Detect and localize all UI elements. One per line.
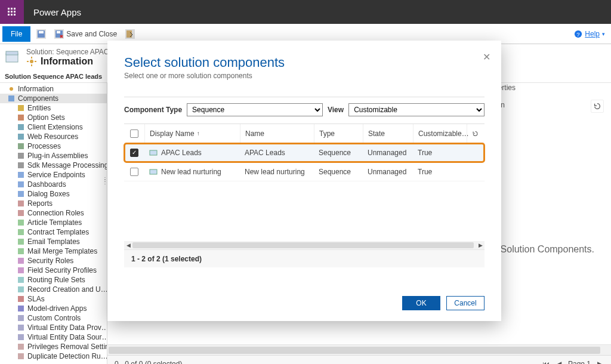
nav-item[interactable]: Web Resources [0,132,107,141]
refresh-button[interactable] [591,100,604,113]
nav-item[interactable]: SLAs [0,294,107,304]
row-checkbox[interactable] [130,168,138,176]
nav-item-icon [17,152,25,160]
table-row[interactable]: APAC LeadsAPAC LeadsSequenceUnmanagedTru… [124,143,485,162]
grid-header: Display Name↑ Name Type State Customizab… [124,124,485,143]
svg-rect-33 [18,181,24,187]
nav-item[interactable]: Sdk Message Processing… [0,161,107,170]
save-close-button[interactable]: Save and Close [54,29,117,39]
select-components-dialog: ✕ Select solution components Select one … [107,41,501,321]
grid-refresh-button[interactable] [467,124,483,143]
ok-button[interactable]: OK [402,296,440,310]
nav-item-icon [17,228,25,236]
nav-item[interactable]: Record Creation and U… [0,285,107,294]
nav-item-icon [17,352,25,360]
nav-item[interactable]: Contract Templates [0,227,107,237]
col-name[interactable]: Name [240,124,314,143]
svg-rect-1 [11,8,13,10]
nav-item[interactable]: Security Roles [0,256,107,266]
nav-label: Components [18,94,58,103]
close-button[interactable]: ✕ [483,51,490,63]
nav-item-label: Privileges Removal Setting [27,343,107,351]
col-type[interactable]: Type [314,124,363,143]
nav-item[interactable]: Dashboards [0,180,107,189]
svg-rect-46 [18,306,24,311]
resize-handle-icon[interactable]: ⋮⋮ [102,178,107,183]
horizontal-scrollbar[interactable] [107,344,611,355]
nav-item[interactable]: Entities [0,103,107,113]
nav-item-icon [17,276,25,284]
nav-item[interactable]: Plug-in Assemblies [0,151,107,161]
svg-rect-30 [18,153,24,159]
app-launcher-icon[interactable] [0,0,24,24]
nav-information[interactable]: Information [0,84,107,94]
save-button[interactable] [36,29,46,39]
nav-item[interactable]: Client Extensions [0,122,107,132]
nav-item[interactable]: Privileges Removal Setting [0,342,107,351]
save-icon [36,29,46,39]
nav-item-label: Duplicate Detection Ru… [27,352,107,360]
nav-item[interactable]: Processes [0,141,107,151]
svg-rect-22 [35,61,36,62]
help-link[interactable]: ? Help ▾ [574,30,605,38]
nav-item[interactable]: Reports [0,199,107,208]
first-page-button[interactable]: ⏮ [542,360,550,365]
cell-display-name: APAC Leads [161,149,202,157]
nav-item[interactable]: Option Sets [0,113,107,122]
svg-rect-17 [6,51,18,55]
table-row[interactable]: New lead nurturingNew lead nurturingSequ… [124,162,485,181]
nav-item[interactable]: Connection Roles [0,208,107,218]
scroll-right-icon[interactable]: ▶ [476,241,485,249]
svg-rect-39 [18,239,24,245]
nav-item[interactable]: Virtual Entity Data Sour… [0,332,107,342]
nav-item-icon [17,247,25,255]
grid-horizontal-scrollbar[interactable]: ◀ ▶ [124,241,485,249]
svg-rect-50 [18,344,24,350]
col-state[interactable]: State [363,124,413,143]
select-all-checkbox[interactable] [130,129,138,138]
nav-item[interactable]: Service Endpoints [0,170,107,180]
nav-item-icon [17,314,25,322]
nav-item-label: Article Templates [27,218,82,227]
svg-rect-49 [18,334,24,340]
sequence-icon [149,168,158,176]
svg-rect-8 [14,14,16,16]
prev-page-button[interactable]: ◀ [555,360,563,365]
gear-icon [7,85,16,93]
component-type-select[interactable]: Sequence [187,103,323,116]
nav-item[interactable]: Dialog Boxes [0,189,107,199]
svg-rect-27 [18,124,24,130]
svg-rect-25 [18,105,24,111]
dialog-title: Select solution components [124,55,485,70]
nav-item[interactable]: Virtual Entity Data Prov… [0,323,107,332]
left-nav[interactable]: Information Components EntitiesOption Se… [0,83,107,364]
export-button[interactable] [125,29,135,39]
nav-item[interactable]: Email Templates [0,237,107,246]
sequence-icon [149,149,158,157]
svg-rect-34 [18,191,24,197]
svg-rect-10 [39,31,44,33]
components-icon [7,94,16,103]
file-button[interactable]: File [2,26,30,42]
cancel-button[interactable]: Cancel [446,296,485,310]
row-checkbox[interactable] [130,149,138,157]
nav-item[interactable]: Duplicate Detection Ru… [0,351,107,361]
next-page-button[interactable]: ▶ [595,360,604,365]
breadcrumb-text: Solution: Sequence APAC le [26,48,116,56]
nav-item-label: Record Creation and U… [27,285,107,294]
nav-item[interactable]: Routing Rule Sets [0,275,107,285]
svg-rect-20 [31,64,32,66]
scroll-left-icon[interactable]: ◀ [124,241,132,249]
col-display-name[interactable]: Display Name↑ [144,124,240,143]
svg-rect-41 [18,258,24,264]
nav-item-label: Security Roles [27,257,73,265]
col-customizable[interactable]: Customizable… [413,124,467,143]
nav-components[interactable]: Components [0,94,107,103]
nav-item[interactable]: Field Security Profiles [0,266,107,275]
nav-item[interactable]: Mail Merge Templates [0,246,107,256]
view-select[interactable]: Customizable [348,103,485,116]
nav-item[interactable]: Model-driven Apps [0,304,107,313]
nav-item[interactable]: Custom Controls [0,313,107,323]
nav-item[interactable]: Article Templates [0,218,107,227]
svg-rect-47 [18,315,24,321]
